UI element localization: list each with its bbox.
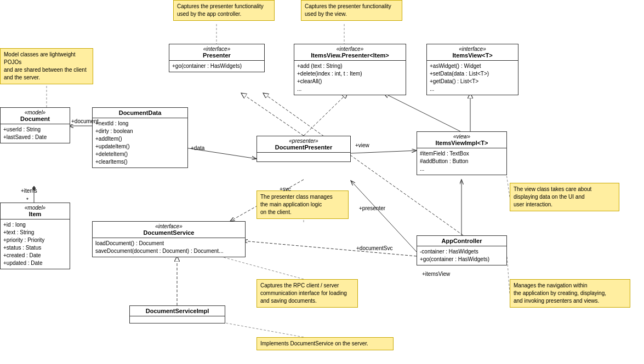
class-item: «model» Item +id : long +text : String +… xyxy=(0,203,70,269)
diagram-container: Captures the presenter functionality use… xyxy=(0,0,644,364)
label-svc: +svc xyxy=(280,186,291,192)
note-view-class: The view class takes care aboutdisplayin… xyxy=(510,183,619,211)
label-itemsview: +itemsView xyxy=(422,271,450,277)
class-itemsview-t: «interface» ItemsView<T> +asWidget() : W… xyxy=(426,44,518,95)
svg-line-13 xyxy=(351,181,417,252)
note-model: Model classes are lightweight POJOsand a… xyxy=(0,48,93,84)
note-rpc: Captures the RPC client / servercommunic… xyxy=(257,279,358,308)
svg-line-7 xyxy=(384,93,460,131)
label-data: +data xyxy=(191,145,204,151)
label-view: +view xyxy=(355,142,369,148)
note-document-service-impl: Implements DocumentService on the server… xyxy=(257,337,394,350)
svg-line-19 xyxy=(219,256,304,279)
note-presenter-class: The presenter class managesthe main appl… xyxy=(257,190,349,219)
note-presenter-controller: Captures the presenter functionality use… xyxy=(173,0,275,21)
class-document-presenter: «presenter» DocumentPresenter xyxy=(257,136,351,162)
class-documentservice: «interface» DocumentService loadDocument… xyxy=(92,221,246,257)
class-itemsview-presenter: «interface» ItemsView.Presenter<Item> +a… xyxy=(294,44,406,95)
class-document: «model» Document +userId : String +lastS… xyxy=(0,107,70,143)
label-presenter: +presenter xyxy=(359,205,385,211)
label-document: +document xyxy=(71,118,99,124)
svg-line-11 xyxy=(351,151,417,153)
note-navigation: Manages the navigation withinthe applica… xyxy=(510,279,630,308)
class-documentdata: DocumentData +nextId : long +dirty : boo… xyxy=(92,107,188,168)
class-presenter: «interface» Presenter +go(container : Ha… xyxy=(169,44,265,72)
svg-line-6 xyxy=(304,93,347,136)
label-star: * xyxy=(26,197,29,203)
class-appcontroller: AppController -container : HasWidgets +g… xyxy=(417,235,507,265)
label-documentsvc: +documentSvc xyxy=(356,245,392,251)
svg-line-5 xyxy=(241,93,304,136)
note-presenter-view: Captures the presenter functionalityused… xyxy=(301,0,402,21)
label-items: +items xyxy=(21,188,37,194)
svg-line-22 xyxy=(225,323,304,337)
class-documentserviceimpl: DocumentServiceImpl xyxy=(129,305,225,323)
class-itemsviewimpl: «view» ItemsViewImpl<T> #itemField : Tex… xyxy=(417,131,507,175)
